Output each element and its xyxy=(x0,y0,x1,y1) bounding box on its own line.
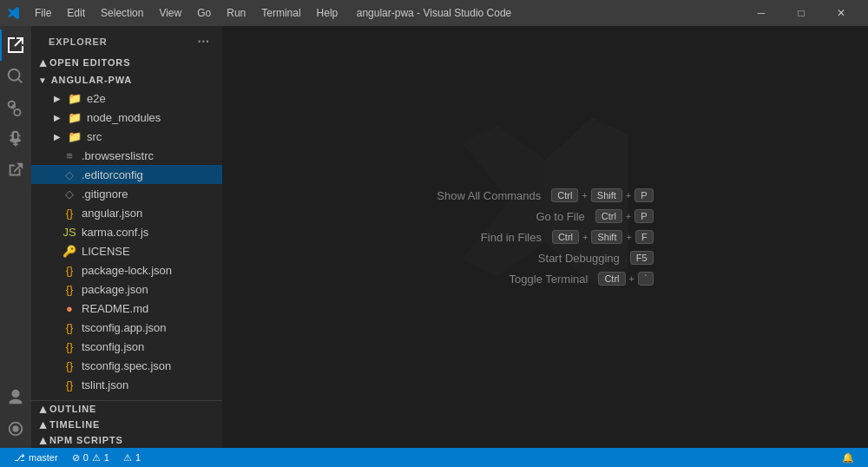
menu-run[interactable]: Run xyxy=(220,3,253,23)
show-commands-label: Show All Commands xyxy=(437,189,541,202)
file-karma-conf[interactable]: JS karma.conf.js xyxy=(31,222,222,241)
menu-terminal[interactable]: Terminal xyxy=(254,3,307,23)
activity-debug[interactable] xyxy=(0,123,31,155)
debug-icon xyxy=(6,129,25,148)
key-shift: Shift xyxy=(591,188,622,202)
menu-edit[interactable]: Edit xyxy=(60,3,92,23)
timeline-chevron: ▶ xyxy=(37,421,47,429)
branch-name: master xyxy=(29,452,58,463)
license-icon: 🔑 xyxy=(62,245,76,258)
warning-icon: ⚠ xyxy=(92,452,101,464)
info-count: 1 xyxy=(135,452,141,463)
key-f5: F5 xyxy=(630,251,654,265)
statusbar-notifications[interactable]: 🔔 xyxy=(835,448,861,467)
branch-icon: ⎇ xyxy=(14,452,25,464)
angular-pwa-header[interactable]: ▼ ANGULAR-PWA xyxy=(31,71,222,89)
file-browserslistrc[interactable]: ≡ .browserslistrc xyxy=(31,146,222,165)
folder-icon: 📁 xyxy=(68,130,82,143)
file-tsconfig-spec[interactable]: {} tsconfig.spec.json xyxy=(31,356,222,375)
activity-extensions[interactable] xyxy=(0,155,31,186)
key-ctrl-4: Ctrl xyxy=(598,272,625,286)
file-readme[interactable]: ● README.md xyxy=(31,299,222,318)
open-editors-chevron: ▶ xyxy=(37,59,47,67)
vscode-icon xyxy=(7,6,21,20)
sidebar: EXPLORER ⋯ ▶ OPEN EDITORS ▼ ANGULAR-PWA … xyxy=(31,26,222,448)
shortcuts-panel: Show All Commands Ctrl + Shift + P Go to… xyxy=(437,188,653,286)
window-controls: ─ □ ✕ xyxy=(741,0,861,26)
error-icon: ⊘ xyxy=(72,452,80,464)
sidebar-bottom: ▶ OUTLINE ▶ TIMELINE ▶ NPM SCRIPTS xyxy=(31,400,222,448)
titlebar: File Edit Selection View Go Run Terminal… xyxy=(0,0,868,26)
file-tslint[interactable]: {} tslint.json xyxy=(31,375,222,394)
titlebar-menu: File Edit Selection View Go Run Terminal… xyxy=(28,3,345,23)
timeline-header[interactable]: ▶ TIMELINE xyxy=(31,417,222,432)
account-icon xyxy=(6,388,25,407)
file-gitignore[interactable]: ◇ .gitignore xyxy=(31,184,222,203)
file-tsconfig-app[interactable]: {} tsconfig.app.json xyxy=(31,318,222,337)
folder-icon: 📁 xyxy=(68,111,82,124)
key-p-2: P xyxy=(635,209,653,223)
file-angular-json[interactable]: {} angular.json xyxy=(31,203,222,222)
menu-file[interactable]: File xyxy=(28,3,58,23)
sidebar-header-actions: ⋯ xyxy=(195,33,212,50)
readme-icon: ● xyxy=(62,302,76,315)
outline-header[interactable]: ▶ OUTLINE xyxy=(31,401,222,417)
activity-account[interactable] xyxy=(0,382,31,413)
folder-chevron-icon: ▶ xyxy=(50,113,64,122)
menu-go[interactable]: Go xyxy=(190,3,218,23)
file-package-json[interactable]: {} package.json xyxy=(31,280,222,299)
menu-view[interactable]: View xyxy=(152,3,188,23)
tsconfig-icon: {} xyxy=(62,340,76,353)
file-tsconfig-app-label: tsconfig.app.json xyxy=(82,321,167,334)
file-editorconfig[interactable]: ◇ .editorconfig xyxy=(31,165,222,184)
go-to-file-keys: Ctrl + P xyxy=(595,209,654,223)
open-editors-header[interactable]: ▶ OPEN EDITORS xyxy=(31,54,222,71)
maximize-button[interactable]: □ xyxy=(781,0,821,26)
new-file-button[interactable]: ⋯ xyxy=(195,33,212,50)
explorer-icon xyxy=(5,35,26,56)
notification-icon: 🔔 xyxy=(842,452,854,464)
file-package-lock[interactable]: {} package-lock.json xyxy=(31,260,222,280)
folder-src-label: src xyxy=(87,130,102,143)
statusbar: ⎇ master ⊘ 0 ⚠ 1 ⚠ 1 🔔 xyxy=(0,448,868,467)
activity-search[interactable] xyxy=(0,61,31,92)
plus-5: + xyxy=(626,232,631,242)
plus-2: + xyxy=(626,190,631,201)
statusbar-errors[interactable]: ⊘ 0 ⚠ 1 xyxy=(65,448,116,467)
statusbar-branch[interactable]: ⎇ master xyxy=(7,448,65,467)
gitignore-icon: ◇ xyxy=(62,187,76,201)
go-to-file-label: Go to File xyxy=(536,210,584,223)
folder-chevron-icon: ▶ xyxy=(50,94,64,103)
folder-e2e-label: e2e xyxy=(87,92,106,105)
close-button[interactable]: ✕ xyxy=(821,0,861,26)
menu-selection[interactable]: Selection xyxy=(94,3,150,23)
statusbar-info[interactable]: ⚠ 1 xyxy=(116,448,148,467)
activity-bar xyxy=(0,26,31,448)
file-tsconfig[interactable]: {} tsconfig.json xyxy=(31,337,222,356)
menu-help[interactable]: Help xyxy=(310,3,345,23)
file-readme-label: README.md xyxy=(82,302,148,315)
activity-explorer[interactable] xyxy=(0,30,31,61)
angular-pwa-chevron: ▼ xyxy=(38,76,48,85)
activity-source-control[interactable] xyxy=(0,92,31,123)
key-ctrl: Ctrl xyxy=(551,188,578,202)
folder-src[interactable]: ▶ 📁 src xyxy=(31,127,222,146)
folder-e2e[interactable]: ▶ 📁 e2e xyxy=(31,89,222,108)
minimize-button[interactable]: ─ xyxy=(741,0,781,26)
file-gitignore-label: .gitignore xyxy=(82,187,128,201)
folder-node-modules[interactable]: ▶ 📁 node_modules xyxy=(31,108,222,127)
npm-scripts-header[interactable]: ▶ NPM SCRIPTS xyxy=(31,432,222,448)
outline-chevron: ▶ xyxy=(37,405,47,413)
statusbar-right: 🔔 xyxy=(835,448,861,467)
folder-node-modules-label: node_modules xyxy=(87,111,161,124)
file-tslint-label: tslint.json xyxy=(82,378,128,391)
sidebar-tree: ▶ OPEN EDITORS ▼ ANGULAR-PWA ▶ 📁 e2e ▶ 📁… xyxy=(31,54,222,400)
folder-chevron-icon: ▶ xyxy=(50,132,64,141)
file-license-label: LICENSE xyxy=(82,245,130,258)
activity-settings[interactable] xyxy=(0,413,31,444)
package-lock-icon: {} xyxy=(62,264,76,277)
file-icon: ≡ xyxy=(62,149,76,162)
file-license[interactable]: 🔑 LICENSE xyxy=(31,241,222,260)
file-tsconfig-label: tsconfig.json xyxy=(82,340,144,353)
shortcut-toggle-terminal: Toggle Terminal Ctrl + ` xyxy=(437,272,653,286)
